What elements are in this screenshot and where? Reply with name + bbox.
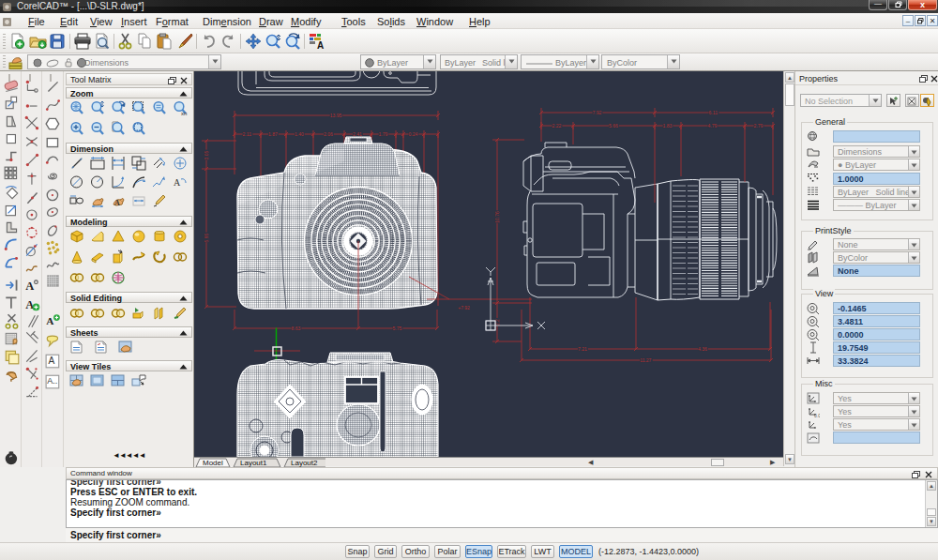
svg-text:5.75: 5.75 [393, 325, 402, 331]
svg-text:+7.92: +7.92 [458, 305, 470, 310]
svg-text:1.40: 1.40 [295, 131, 304, 137]
svg-text:5.95: 5.95 [204, 233, 209, 242]
svg-text:A: A [174, 177, 181, 188]
svg-text:5.66: 5.66 [609, 123, 618, 129]
svg-text:xn: xn [181, 111, 187, 116]
svg-text:13.95: 13.95 [330, 113, 342, 118]
svg-text:10.76: 10.76 [494, 211, 500, 223]
svg-text:4.36: 4.36 [698, 346, 707, 352]
svg-text:A: A [317, 40, 324, 50]
svg-text:Layout1: Layout1 [240, 459, 267, 467]
svg-text:1.79: 1.79 [379, 131, 388, 137]
svg-text:Layout2: Layout2 [291, 459, 318, 467]
svg-text:7.92: 7.92 [593, 110, 602, 115]
svg-text:4.79: 4.79 [708, 123, 718, 129]
svg-text:A: A [25, 298, 34, 311]
svg-text:7.21: 7.21 [578, 346, 587, 352]
svg-text:2.41: 2.41 [353, 131, 362, 137]
svg-text:1.87: 1.87 [268, 131, 278, 137]
svg-text:A: A [25, 280, 34, 293]
svg-text:2.06: 2.06 [324, 131, 333, 137]
svg-text:A: A [48, 356, 54, 366]
svg-text:0,0: 0,0 [814, 413, 820, 417]
svg-text:A..: A.. [47, 376, 57, 386]
svg-text:1.83: 1.83 [663, 123, 673, 129]
svg-text:0.24: 0.24 [409, 131, 418, 137]
svg-text:6.11: 6.11 [709, 110, 719, 115]
svg-text:A: A [114, 199, 120, 207]
svg-text:2.11: 2.11 [243, 131, 252, 137]
svg-text:A: A [46, 315, 54, 326]
svg-text:2.79: 2.79 [754, 123, 764, 129]
svg-text:2.22: 2.22 [552, 123, 562, 129]
svg-text:3.05: 3.05 [204, 150, 209, 159]
svg-text:8.63: 8.63 [292, 325, 301, 331]
svg-text:11.27: 11.27 [640, 357, 651, 363]
svg-text:Model: Model [203, 459, 223, 467]
